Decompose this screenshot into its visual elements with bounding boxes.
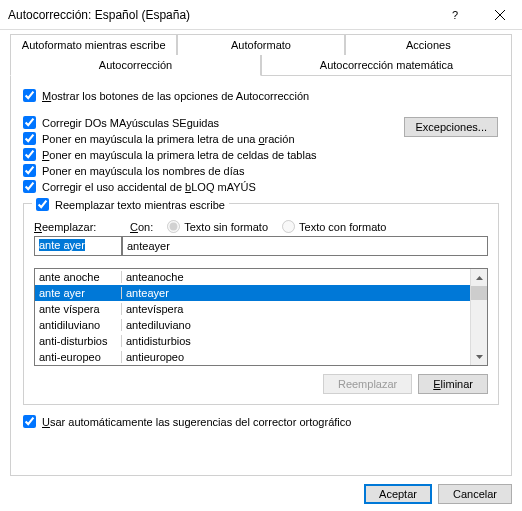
svg-marker-3 (476, 276, 483, 280)
exceptions-button[interactable]: Excepciones... (404, 117, 498, 137)
svg-text:?: ? (452, 10, 458, 20)
list-item[interactable]: anti-disturbiosantidisturbios (35, 333, 470, 349)
replace-label: Reemplazar: (34, 221, 116, 233)
replacement-list[interactable]: ante anocheanteanocheante ayeranteayeran… (34, 268, 488, 366)
list-item[interactable]: ante vísperaantevíspera (35, 301, 470, 317)
radio-plain-text: Texto sin formato (167, 220, 268, 233)
cancel-button[interactable]: Cancelar (438, 484, 512, 504)
scrollbar[interactable] (470, 269, 487, 365)
check-caps-lock[interactable]: Corregir el uso accidental de bLOQ mAYÚS (23, 180, 499, 193)
with-input[interactable] (122, 236, 488, 256)
check-first-cell[interactable]: Poner en mayúscula la primera letra de c… (23, 148, 499, 161)
list-item[interactable]: antidiluvianoantediluviano (35, 317, 470, 333)
scroll-down[interactable] (471, 348, 487, 365)
with-label: Con: (130, 221, 153, 233)
scroll-up[interactable] (471, 269, 487, 286)
radio-formatted-text: Texto con formato (282, 220, 386, 233)
delete-button[interactable]: Eliminar (418, 374, 488, 394)
tab-actions[interactable]: Acciones (345, 34, 512, 55)
scroll-thumb[interactable] (471, 286, 487, 300)
help-button[interactable]: ? (432, 0, 477, 30)
replace-button: Reemplazar (323, 374, 412, 394)
list-item[interactable]: ante ayeranteayer (35, 285, 470, 301)
tab-autoformat-typing[interactable]: Autoformato mientras escribe (10, 34, 177, 55)
svg-marker-4 (476, 355, 483, 359)
check-replace-typing[interactable]: Reemplazar texto mientras escribe (32, 198, 229, 211)
list-item[interactable]: ante anocheanteanoche (35, 269, 470, 285)
tab-autocorrect[interactable]: Autocorrección (10, 55, 261, 76)
replace-input[interactable]: ante ayer (34, 236, 122, 256)
tab-autoformat[interactable]: Autoformato (177, 34, 344, 55)
check-show-buttons[interactable]: Mostrar los botones de las opciones de A… (23, 89, 499, 102)
check-day-names[interactable]: Poner en mayúscula los nombres de días (23, 164, 499, 177)
close-button[interactable] (477, 0, 522, 30)
window-title: Autocorrección: Español (España) (8, 8, 432, 22)
check-auto-suggest[interactable]: Usar automáticamente las sugerencias del… (23, 415, 499, 428)
tab-math-autocorrect[interactable]: Autocorrección matemática (261, 55, 512, 76)
ok-button[interactable]: Aceptar (364, 484, 432, 504)
list-item[interactable]: anti-europeoantieuropeo (35, 349, 470, 365)
